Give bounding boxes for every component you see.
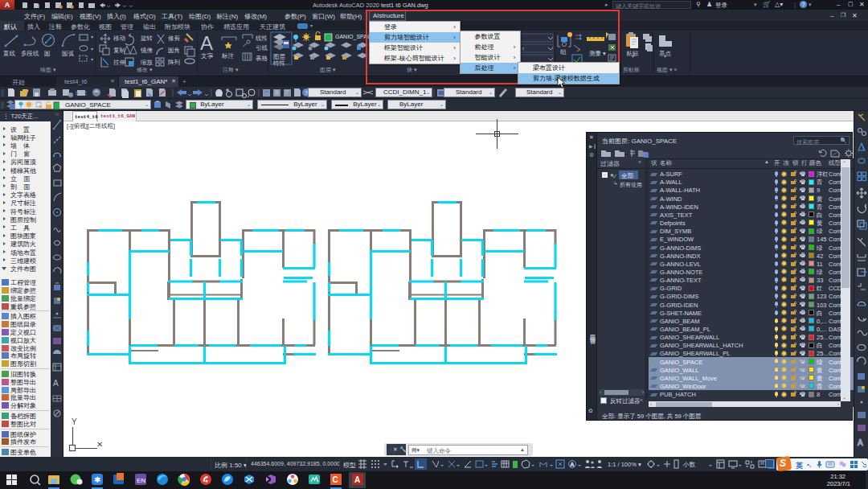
svg-text:A: A: [571, 462, 575, 467]
svg-text:A: A: [354, 475, 360, 484]
svg-text:1:1 / 100% ▾: 1:1 / 100% ▾: [608, 461, 641, 468]
svg-text:A: A: [858, 438, 863, 447]
svg-text:小数: 小数: [682, 461, 696, 468]
svg-text:✱: ✱: [94, 475, 100, 484]
svg-text:Y: Y: [72, 417, 77, 426]
svg-text:▾: ▾: [91, 57, 93, 62]
svg-text:A: A: [200, 32, 213, 54]
svg-text:✕: ✕: [96, 440, 103, 449]
svg-text:C: C: [333, 475, 338, 484]
svg-text:A: A: [53, 379, 59, 388]
svg-text:▾: ▾: [91, 35, 93, 39]
svg-text:EN: EN: [137, 477, 145, 484]
svg-text:▾: ▾: [91, 47, 93, 51]
